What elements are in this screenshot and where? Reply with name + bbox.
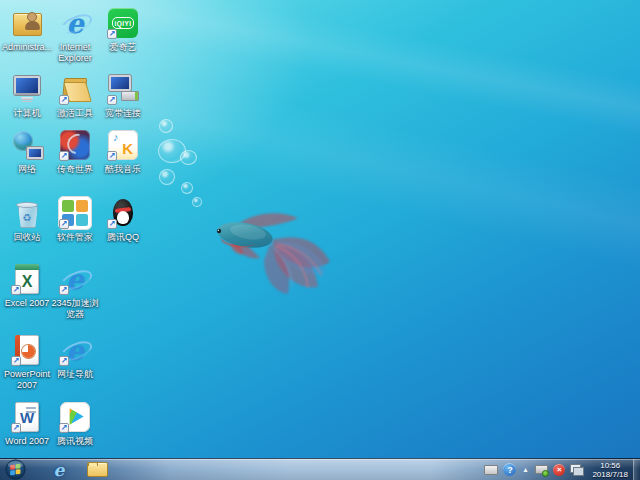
shortcut-arrow-icon: ↗ — [107, 151, 117, 161]
desktop-icon-kuwo-music[interactable]: K ↗ 酷我音乐 — [100, 128, 146, 175]
icon-glyph: ♻ — [10, 196, 44, 230]
desktop-icon-label: 爱奇艺 — [97, 42, 149, 53]
desktop-icon-word-2007[interactable]: W ↗ Word 2007 — [4, 400, 50, 447]
clock-date: 2018/7/18 — [592, 470, 628, 479]
network-icon — [10, 128, 44, 162]
tencent-qq-icon: ↗ — [106, 196, 140, 230]
icon-glyph: e — [58, 6, 92, 40]
desktop-icon-label: 酷我音乐 — [97, 164, 149, 175]
shortcut-arrow-icon: ↗ — [11, 356, 21, 366]
powerpoint-2007-icon: ↗ — [10, 333, 44, 367]
kuwo-music-icon: K ↗ — [106, 128, 140, 162]
desktop-icon-activation-tools[interactable]: ↗ 激活工具 — [52, 72, 98, 119]
desktop-icon-label: 宽带连接 — [97, 108, 149, 119]
word-2007-icon: W ↗ — [10, 400, 44, 434]
desktop-icon-label: 2345加速浏览器 — [49, 298, 101, 320]
internet-explorer-icon: e — [58, 6, 92, 40]
desktop-icon-label: Internet Explorer — [49, 42, 101, 64]
desktop-icon-grid: Administra... e Internet Explorer iQIYI … — [0, 0, 640, 480]
tray-input-method-icon[interactable] — [484, 463, 498, 477]
taskbar: e ?▴× 10:56 2018/7/18 — [0, 458, 640, 480]
desktop-icon-label: 腾讯视频 — [49, 436, 101, 447]
icon-glyph — [115, 207, 131, 213]
shortcut-arrow-icon: ↗ — [11, 285, 21, 295]
windows-logo-icon — [5, 459, 26, 480]
tray-help-center-icon[interactable]: ? — [503, 463, 516, 476]
taskbar-pinned-icons: e — [46, 459, 110, 480]
desktop-icon-label: 网址导航 — [49, 369, 101, 380]
desktop-icon-label: 传奇世界 — [49, 164, 101, 175]
desktop-icon-software-manager[interactable]: ↗ 软件管家 — [52, 196, 98, 243]
desktop-icon-network[interactable]: 网络 — [4, 128, 50, 175]
web-navigation-icon: e ↗ — [58, 333, 92, 367]
desktop-icon-computer[interactable]: 计算机 — [4, 72, 50, 119]
software-manager-icon: ↗ — [58, 196, 92, 230]
desktop-icon-recycle-bin[interactable]: ♻ 回收站 — [4, 196, 50, 243]
activation-tools-icon: ↗ — [58, 72, 92, 106]
iqiyi-icon: iQIYI ↗ — [106, 6, 140, 40]
desktop-icon-tencent-video[interactable]: ↗ 腾讯视频 — [52, 400, 98, 447]
desktop-icon-label: 激活工具 — [49, 108, 101, 119]
shortcut-arrow-icon: ↗ — [59, 423, 69, 433]
show-desktop-button[interactable] — [633, 459, 640, 480]
shortcut-arrow-icon: ↗ — [59, 285, 69, 295]
desktop-icon-label: Excel 2007 — [1, 298, 53, 309]
desktop-icon-2345-speed-browser[interactable]: e ↗ 2345加速浏览器 — [52, 262, 98, 320]
excel-2007-icon: X ↗ — [10, 262, 44, 296]
legend-world-game-icon: ↗ — [58, 128, 92, 162]
tray-safely-remove-hardware-icon[interactable] — [534, 463, 548, 477]
desktop-icon-iqiyi[interactable]: iQIYI ↗ 爱奇艺 — [100, 6, 146, 53]
desktop-icon-label: 回收站 — [1, 232, 53, 243]
desktop-icon-label: Administra... — [1, 42, 53, 53]
desktop-icon-label: PowerPoint 2007 — [1, 369, 53, 391]
icon-glyph — [10, 128, 44, 162]
desktop-icon-label: Word 2007 — [1, 436, 53, 447]
administrator-files-icon — [10, 6, 44, 40]
icon-glyph — [10, 72, 44, 106]
shortcut-arrow-icon: ↗ — [59, 151, 69, 161]
desktop-icon-tencent-qq[interactable]: ↗ 腾讯QQ — [100, 196, 146, 243]
shortcut-arrow-icon: ↗ — [11, 423, 21, 433]
desktop-icon-web-navigation[interactable]: e ↗ 网址导航 — [52, 333, 98, 380]
start-button[interactable] — [3, 459, 28, 480]
tray-volume-muted-icon[interactable]: × — [553, 464, 565, 476]
desktop-icon-excel-2007[interactable]: X ↗ Excel 2007 — [4, 262, 50, 309]
taskbar-clock[interactable]: 10:56 2018/7/18 — [589, 461, 631, 479]
shortcut-arrow-icon: ↗ — [107, 219, 117, 229]
computer-icon — [10, 72, 44, 106]
broadband-connection-icon: ↗ — [106, 72, 140, 106]
desktop-icon-administrator-files[interactable]: Administra... — [4, 6, 50, 53]
shortcut-arrow-icon: ↗ — [107, 29, 117, 39]
desktop-icon-broadband-connection[interactable]: ↗ 宽带连接 — [100, 72, 146, 119]
shortcut-arrow-icon: ↗ — [107, 95, 117, 105]
tencent-video-icon: ↗ — [58, 400, 92, 434]
icon-glyph — [10, 6, 44, 40]
desktop-icon-internet-explorer[interactable]: e Internet Explorer — [52, 6, 98, 64]
shortcut-arrow-icon: ↗ — [59, 356, 69, 366]
desktop-icon-legend-world-game[interactable]: ↗ 传奇世界 — [52, 128, 98, 175]
system-tray: ?▴× 10:56 2018/7/18 — [484, 459, 631, 480]
clock-time: 10:56 — [600, 461, 620, 470]
tray-network-status-icon[interactable] — [570, 463, 584, 477]
shortcut-arrow-icon: ↗ — [59, 95, 69, 105]
tray-show-hidden-icons-icon[interactable]: ▴ — [521, 463, 529, 477]
taskbar-internet-explorer-icon[interactable]: e — [46, 460, 72, 480]
desktop-icon-label: 腾讯QQ — [97, 232, 149, 243]
desktop-icon-label: 网络 — [1, 164, 53, 175]
desktop: Administra... e Internet Explorer iQIYI … — [0, 0, 640, 480]
taskbar-windows-explorer-icon[interactable] — [84, 460, 110, 480]
desktop-icon-label: 计算机 — [1, 108, 53, 119]
recycle-bin-icon: ♻ — [10, 196, 44, 230]
desktop-icon-powerpoint-2007[interactable]: ↗ PowerPoint 2007 — [4, 333, 50, 391]
2345-speed-browser-icon: e ↗ — [58, 262, 92, 296]
icon-glyph — [68, 408, 84, 425]
shortcut-arrow-icon: ↗ — [59, 219, 69, 229]
desktop-icon-label: 软件管家 — [49, 232, 101, 243]
